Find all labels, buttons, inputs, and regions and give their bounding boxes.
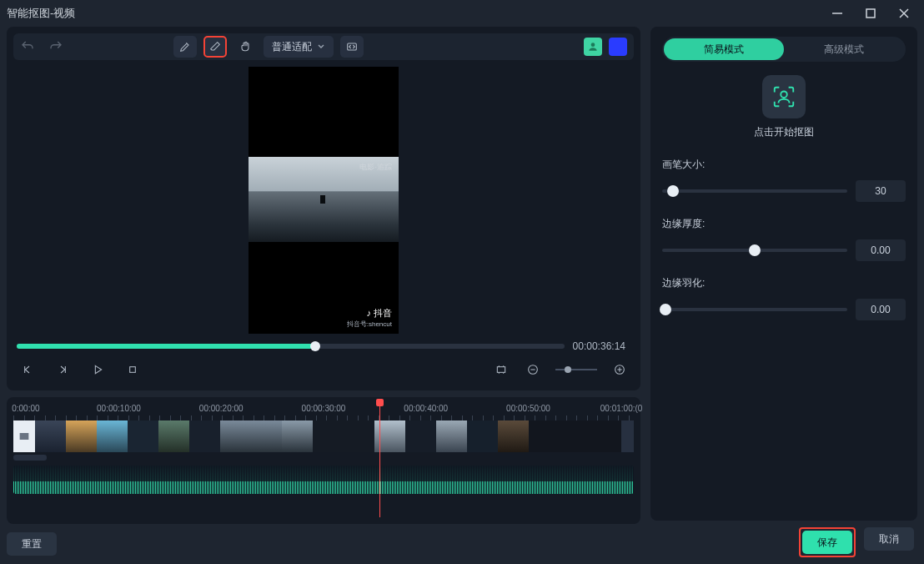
edge-thickness-label: 边缘厚度:	[662, 217, 906, 231]
undo-icon[interactable]	[20, 39, 35, 54]
timeline-ruler[interactable]: 0:00:00 00:00:10:00 00:00:20:00 00:00:30…	[13, 402, 634, 420]
ruler-label: 00:00:30:00	[302, 404, 346, 413]
compare-button[interactable]	[340, 36, 364, 58]
redo-icon[interactable]	[48, 39, 63, 54]
timeline-scrollbar[interactable]	[13, 455, 47, 461]
svg-rect-7	[497, 367, 505, 373]
tab-simple-mode[interactable]: 简易模式	[664, 38, 784, 60]
prev-frame-button[interactable]	[18, 360, 37, 379]
play-button[interactable]	[88, 360, 107, 379]
video-preview[interactable]: 电影·追踪 ♪ 抖音 抖音号:shencut	[13, 67, 634, 334]
timecode: 00:00:36:14	[573, 340, 630, 352]
source-line1: ♪ 抖音	[249, 307, 392, 320]
chevron-down-icon	[317, 43, 325, 51]
edge-feather-label: 边缘羽化:	[662, 276, 906, 290]
background-color-swatch[interactable]	[609, 38, 627, 56]
ruler-label: 00:00:10:00	[97, 404, 141, 413]
fit-mode-dropdown[interactable]: 普通适配	[264, 36, 334, 58]
edge-thickness-slider[interactable]	[662, 249, 847, 252]
eraser-tool-button[interactable]	[203, 36, 227, 58]
edge-feather-value[interactable]: 0.00	[856, 299, 906, 320]
zoom-in-button[interactable]	[610, 360, 629, 379]
brush-size-label: 画笔大小:	[662, 158, 906, 172]
ruler-label: 00:00:50:00	[506, 404, 550, 413]
brush-size-value[interactable]: 30	[856, 180, 906, 202]
edge-feather-slider[interactable]	[662, 308, 847, 311]
tab-advanced-mode[interactable]: 高级模式	[784, 38, 904, 60]
stop-button[interactable]	[123, 360, 142, 379]
minimize-button[interactable]	[831, 7, 844, 20]
window-title: 智能抠图-视频	[7, 6, 75, 21]
fullscreen-button[interactable]	[492, 360, 510, 379]
zoom-slider[interactable]	[555, 369, 597, 370]
audio-track[interactable]	[13, 466, 634, 494]
mode-tabs: 简易模式 高级模式	[662, 37, 906, 62]
watermark-text: 电影·追踪	[359, 162, 392, 173]
start-matting-button[interactable]	[762, 75, 806, 118]
close-button[interactable]	[897, 7, 911, 20]
svg-rect-6	[130, 367, 136, 373]
fit-mode-label: 普通适配	[272, 40, 312, 54]
ruler-label: 0:00:00	[12, 404, 39, 413]
svg-rect-1	[866, 9, 875, 18]
next-frame-button[interactable]	[53, 360, 72, 379]
pen-tool-button[interactable]	[173, 36, 197, 58]
svg-point-15	[781, 91, 787, 98]
edge-thickness-value[interactable]: 0.00	[856, 239, 906, 261]
reset-button[interactable]: 重置	[7, 532, 57, 556]
seek-knob[interactable]	[310, 341, 320, 351]
zoom-out-button[interactable]	[524, 360, 542, 379]
maximize-button[interactable]	[864, 7, 877, 20]
clip-media-icon	[13, 420, 35, 452]
ruler-label: 00:00:20:00	[199, 404, 244, 413]
seek-bar[interactable]	[17, 344, 565, 349]
video-track[interactable]	[13, 420, 634, 452]
brush-size-slider[interactable]	[662, 189, 847, 193]
source-line2: 抖音号:shencut	[249, 320, 392, 329]
save-button[interactable]: 保存	[802, 531, 852, 554]
avatar-icon[interactable]	[584, 38, 602, 56]
hand-tool-button[interactable]	[234, 36, 257, 58]
svg-point-5	[591, 43, 595, 47]
playhead[interactable]	[379, 402, 380, 517]
preview-toolbar: 普通适配	[13, 33, 634, 60]
cancel-button[interactable]: 取消	[864, 527, 914, 551]
ruler-label: 00:00:40:00	[404, 404, 448, 413]
ruler-label: 00:01:00:(0	[600, 404, 643, 413]
start-matting-label: 点击开始抠图	[662, 125, 906, 139]
